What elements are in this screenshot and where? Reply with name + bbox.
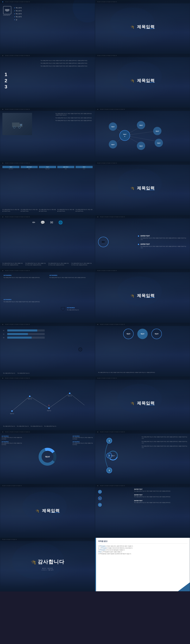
- nav-dot: [2, 432, 3, 432]
- left-nums: 1 2 3: [98, 490, 102, 506]
- enter-item-2: ENTER TEXT 텍스트를 입력해 주십시오. 해당 내용을 작성해 주세요…: [138, 244, 187, 249]
- circle-2: TEXT: [137, 329, 148, 339]
- numbered-arc: 1 2 3 TEXT: [98, 436, 120, 474]
- grad-hat-icon: 🎓: [130, 294, 134, 298]
- enter-title-1: ENTER TEXT: [140, 235, 187, 237]
- cp-line-5: 이 PPTtemplate 을 사용하여 발생한 모든 문제에 대해 책임지지 …: [98, 553, 188, 555]
- title-underline: 입력: [51, 508, 60, 513]
- nav-text: 텍스트 작 · 텍스트 작 · 텍스트 작 · 텍스트 작 · 텍스트 작: [5, 163, 30, 164]
- cp-highlight-2: PPTtemplate: [101, 548, 107, 548]
- nav-dot: [98, 216, 98, 217]
- mail-icon: ✉: [50, 220, 53, 224]
- slide-3: 텍스트 작 · 텍스트 작 · 텍스트 작 · 텍스트 작 · 텍스트 작 1 …: [0, 54, 95, 108]
- enter-text-list: ENTER TEXT 텍스트를 입력해 주십시오. 해당 내용을 작성해 주세요…: [138, 235, 187, 249]
- tl-text-1: 텍스트를 입력해 주십시오.: [3, 426, 15, 427]
- top-bar: 텍스트 작 · 텍스트 작 · 텍스트 작 · 텍스트 작 · 텍스트 작: [0, 0, 95, 4]
- blob: [118, 276, 162, 306]
- svg-text:TEXT A: TEXT A: [47, 410, 51, 412]
- grad-hat-icon: 🎓: [35, 509, 39, 513]
- cp-line-3: 이 PPTtemplate 은 Free 버전으로 Diphong에서 제공합니…: [98, 549, 188, 551]
- top-bar: 텍스트 작 · 텍스트 작 · 텍스트 작 · 텍스트 작 · 텍스트 작: [95, 484, 190, 487]
- thanks-text: 감사합니다: [38, 558, 64, 565]
- kw-2: KEYWORDS 텍스트를 입력해 주십시오. 해당 내용을 작성해 주세요. …: [48, 274, 92, 296]
- circle-3: TEXT: [152, 329, 162, 339]
- top-bar: 텍스트 작 · 텍스트 작 · 텍스트 작 · 텍스트 작 · 텍스트 작: [0, 323, 95, 326]
- slide-14: 텍스트 작 · 텍스트 작 · 텍스트 작 · 텍스트 작 · 텍스트 작 TE…: [95, 322, 190, 376]
- title-content: 🎓 제목입력: [130, 293, 155, 298]
- truck-svg: [11, 120, 23, 128]
- nav-dot: [98, 109, 98, 110]
- slide-bg: [0, 162, 95, 215]
- diag-3: TEXT ADD TEXT: [39, 166, 56, 169]
- icon-4: 🌐: [58, 220, 63, 224]
- text-col-1: 텍스트를 입력해 주십시오. 해당 내용을 작성해 주세요.: [2, 209, 20, 212]
- top-bar: 텍스트 작 · 텍스트 작 · 텍스트 작 · 텍스트 작: [95, 162, 190, 165]
- top-bar: 텍스트 작 · 텍스트 작 · 텍스트 작 · 텍스트 작 · 텍스트 작: [0, 215, 95, 218]
- icon-2: 💬: [40, 220, 45, 224]
- kw-title-3: KEYWORDS: [4, 299, 46, 300]
- title-underline: 입력: [146, 401, 155, 406]
- top-bar: 텍스트 작 · 텍스트 작 · 텍스트 작 · 텍스트 작: [95, 376, 190, 380]
- contents-list: 텍스트작 텍스트작 텍스트작 텍스트작 성: [14, 7, 22, 22]
- title-content: 🎓 제목입력: [130, 400, 155, 406]
- text: 텍스트를 입력해 주십시오. 해당 내용을 작성해 주세요. 본문 내용을 입력…: [98, 372, 187, 373]
- nav-dot: [98, 324, 98, 325]
- title-text: 제목입력: [137, 24, 155, 30]
- rkw-title-2: KEYWORDS: [72, 441, 93, 442]
- num-row-2: 2: [98, 496, 102, 500]
- right-icon: ⚙: [78, 346, 83, 353]
- title-underline: 입력: [146, 186, 155, 190]
- nav-text: 텍스트 작 · 텍스트 작 · 텍스트 작 · 텍스트 작: [98, 163, 117, 164]
- nav-text: 텍스트 작 · 텍스트 작 · 텍스트 작 · 텍스트 작: [98, 270, 117, 271]
- slide-10: 텍스트 작 · 텍스트 작 · 텍스트 작 · 텍스트 작 · 텍스트 작 ✏ …: [95, 215, 190, 269]
- top-bar: 텍스트 작 · 텍스트 작 · 텍스트 작 · 텍스트 작 · 텍스트 작: [0, 376, 95, 380]
- text-p3: 텍스트를 입력해 주십시오. 해당 내용을 작성해 주세요. 본문 내용을 입력…: [56, 120, 92, 121]
- list-item-3: 텍스트작: [14, 13, 22, 15]
- title-text: 제목입력: [42, 508, 60, 514]
- timeline-svg: TEXT A TEXT A TEXT A TEXT A 📍: [0, 381, 95, 426]
- nav-dot: [2, 109, 3, 110]
- bullet-2: [138, 244, 139, 245]
- title-content: 🎓 제목입력: [130, 185, 155, 191]
- slide-9: 텍스트 작 · 텍스트 작 · 텍스트 작 · 텍스트 작 · 텍스트 작 ✏ …: [0, 215, 95, 269]
- thanks-row: 🎓 감사합니다: [31, 558, 64, 565]
- lkw-text-2: 텍스트를 입력해 주십시오. 해당 내용을 작성해 주세요.: [2, 442, 22, 446]
- et-title-3: ENTER TEXT: [134, 500, 188, 502]
- cp-line-4: CTimes 는 PPTtemplate의 상업적 사용을 지원합니다.: [98, 551, 188, 553]
- bar-label-2: 02: [3, 334, 6, 334]
- body-text-2: 텍스트를 입력해 주십시오. 해당 내용을 작성해 주세요. 본문 내용을 입력…: [41, 62, 91, 64]
- svg-text:TEXT A: TEXT A: [28, 398, 32, 400]
- title-text: 제목입력: [137, 293, 155, 298]
- num-1: 1: [4, 72, 7, 78]
- num-row-3: 3: [98, 503, 102, 506]
- text-cols: 텍스트를 입력해 주십시오. 해당 내용을 작성해 주세요. 본문 내용을 입력…: [2, 262, 92, 266]
- svg-text:TEXT: TEXT: [156, 130, 159, 132]
- circle-col-2: TEXT: [137, 329, 148, 339]
- icon-1: ✏: [32, 220, 35, 224]
- slide-1: 텍스트 작 · 텍스트 작 · 텍스트 작 · 텍스트 작 · 텍스트 작 CO…: [0, 0, 95, 54]
- right-text-blocks: 텍스트를 입력해 주십시오. 해당 내용을 작성해 주세요. 본문 내용을 입력…: [142, 436, 188, 448]
- svg-text:TEXT: TEXT: [45, 456, 50, 458]
- top-bar: 텍스트 작 · 텍스트 작 · 텍스트 작 · 텍스트 작 · 텍스트 작: [0, 430, 95, 434]
- spacer: [142, 439, 188, 441]
- blob: [22, 492, 67, 521]
- add-text: ADD TEXT: [39, 168, 56, 169]
- list-item-4: 텍스트작: [14, 16, 22, 18]
- rkw-text-1: 텍스트를 입력해 주십시오. 해당 내용을 작성해 주세요.: [72, 437, 93, 440]
- enter-content-2: ENTER TEXT 텍스트를 입력해 주십시오. 해당 내용을 작성해 주세요…: [140, 244, 187, 249]
- left-icon-area: ✏: [98, 237, 108, 247]
- contents-icon: [3, 6, 11, 14]
- blob-1: [110, 8, 154, 37]
- top-bar: 텍스트 작 · 텍스트 작 · 텍스트 작 · 텍스트 작 · 텍스트 작: [0, 162, 95, 165]
- add-text: ADD TEXT: [2, 168, 20, 169]
- slide-7: 텍스트 작 · 텍스트 작 · 텍스트 작 · 텍스트 작 · 텍스트 작 TE…: [0, 161, 95, 215]
- top-bar: 텍스트 작 · 텍스트 작 · 텍스트 작 · 텍스트 작 · 텍스트 작: [95, 430, 190, 434]
- lkw-text-1: 텍스트를 입력해 주십시오. 해당 내용을 작성해 주세요.: [2, 437, 22, 440]
- cp-line-2: 단, 이 PPTtemplate 의 파일을 그대로 온라인에 재배포하는 것은…: [98, 547, 188, 549]
- et-body-1: 텍스트를 입력해 주십시오. 해당 내용을 작성해 주세요. 본문 내용을 입력…: [134, 490, 188, 492]
- tl-text-3: 텍스트를 입력해 주십시오.: [30, 426, 43, 427]
- rkw-1: KEYWORDS 텍스트를 입력해 주십시오. 해당 내용을 작성해 주세요.: [72, 436, 93, 440]
- svg-point-29: [69, 392, 70, 394]
- left-accent: [95, 538, 96, 591]
- slide-2: 텍스트 작 · 텍스트 작 · 텍스트 작 · 텍스트 작 🎓 제목입력: [95, 0, 190, 54]
